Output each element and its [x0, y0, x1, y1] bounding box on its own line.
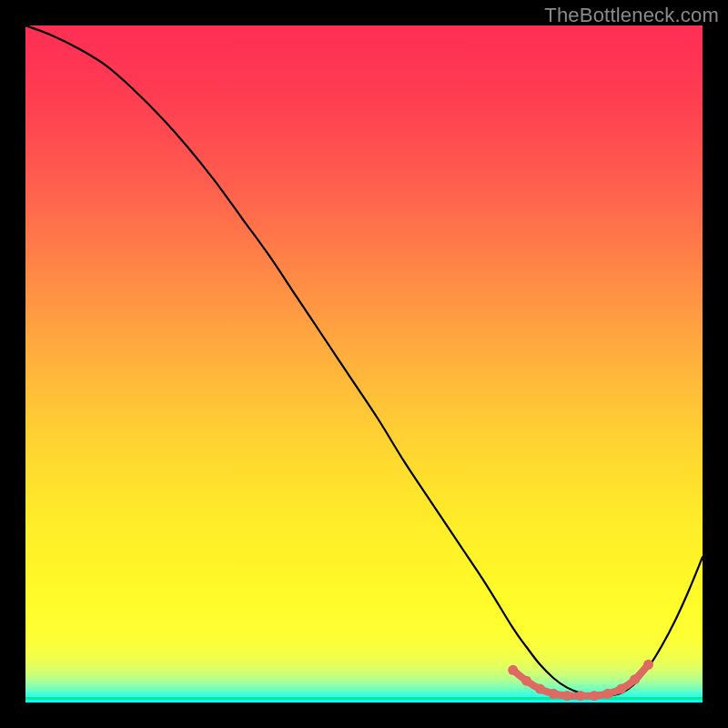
optimal-range-dot: [630, 674, 640, 684]
optimal-range-dot: [576, 691, 586, 701]
optimal-range-dot: [521, 676, 531, 686]
bottleneck-chart: [25, 25, 703, 703]
optimal-range-dot: [643, 660, 653, 670]
optimal-range-dot: [602, 689, 612, 699]
optimal-range-dot: [549, 689, 559, 699]
optimal-range-dot: [508, 665, 518, 675]
chart-background: [25, 25, 703, 703]
attribution-text: TheBottleneck.com: [544, 4, 719, 27]
optimal-range-dot: [616, 684, 626, 694]
optimal-range-dot: [535, 684, 545, 694]
optimal-range-dot: [562, 691, 572, 701]
optimal-range-dot: [589, 691, 599, 701]
